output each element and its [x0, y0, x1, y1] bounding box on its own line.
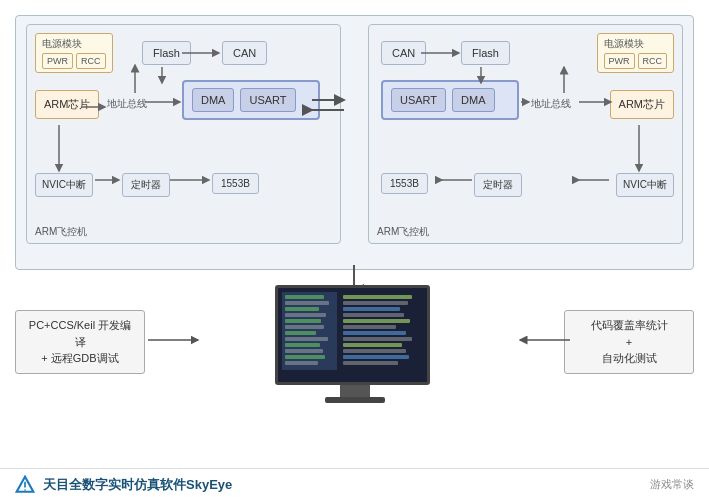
left-dma: DMA [192, 88, 234, 112]
left-power-label: 电源模块 [42, 37, 106, 51]
monitor [275, 285, 435, 403]
left-rcc: RCC [76, 53, 106, 69]
left-arm-chip: ARM芯片 [35, 90, 99, 119]
right-usart-dma-box: USART DMA [381, 80, 519, 120]
right-dma: DMA [452, 88, 494, 112]
right-1553b: 1553B [381, 173, 428, 194]
right-flash: Flash [461, 41, 510, 65]
right-power-module: 电源模块 PWR RCC [597, 33, 675, 73]
right-side-line1: 代码覆盖率统计 [591, 319, 668, 331]
footer: 天目全数字实时仿真软件SkyEye 游戏常谈 [0, 468, 709, 500]
monitor-code-display [278, 288, 427, 374]
right-usart: USART [391, 88, 446, 112]
right-power-label: 电源模块 [604, 37, 668, 51]
right-side-line3: 自动化测试 [602, 352, 657, 364]
left-can: CAN [222, 41, 267, 65]
right-side-line2: + [626, 336, 632, 348]
right-arm-chip: ARM芯片 [610, 90, 674, 119]
right-arm-label: ARM飞控机 [377, 225, 429, 239]
left-arm-label: ARM飞控机 [35, 225, 87, 239]
right-rcc: RCC [638, 53, 668, 69]
svg-point-23 [24, 489, 26, 491]
arm-block-left: 电源模块 PWR RCC Flash CAN ARM芯片 地址总线 DMA US… [26, 24, 341, 244]
left-nvic: NVIC中断 [35, 173, 93, 197]
right-pwr: PWR [604, 53, 635, 69]
left-address-bus: 地址总线 [107, 97, 147, 111]
footer-title: 天目全数字实时仿真软件SkyEye [43, 476, 232, 494]
left-power-module: 电源模块 PWR RCC [35, 33, 113, 73]
skyeye-logo-icon [15, 475, 35, 495]
left-side-box: PC+CCS/Keil 开发编译 + 远程GDB调试 [15, 310, 145, 374]
monitor-screen [275, 285, 430, 385]
main-container: 电源模块 PWR RCC Flash CAN ARM芯片 地址总线 DMA US… [0, 0, 709, 500]
monitor-base [325, 397, 385, 403]
left-side-line2: + 远程GDB调试 [41, 352, 118, 364]
left-1553b: 1553B [212, 173, 259, 194]
arm-block-right: 电源模块 PWR RCC CAN Flash USART DMA 地址总线 AR… [368, 24, 683, 244]
footer-right-label: 游戏常谈 [650, 477, 694, 492]
right-can: CAN [381, 41, 426, 65]
left-side-line1: PC+CCS/Keil 开发编译 [29, 319, 131, 348]
left-usart: USART [240, 88, 295, 112]
right-side-box: 代码覆盖率统计 + 自动化测试 [564, 310, 694, 374]
left-flash: Flash [142, 41, 191, 65]
diagram-area: 电源模块 PWR RCC Flash CAN ARM芯片 地址总线 DMA US… [15, 15, 694, 270]
right-address-bus: 地址总线 [531, 97, 571, 111]
right-timer: 定时器 [474, 173, 522, 197]
bottom-section: PC+CCS/Keil 开发编译 + 远程GDB调试 代码覆盖率统计 + 自动化… [15, 280, 694, 460]
right-nvic: NVIC中断 [616, 173, 674, 197]
monitor-stand [340, 385, 370, 397]
left-dma-usart-box: DMA USART [182, 80, 320, 120]
footer-left: 天目全数字实时仿真软件SkyEye [15, 475, 232, 495]
left-pwr: PWR [42, 53, 73, 69]
left-timer: 定时器 [122, 173, 170, 197]
